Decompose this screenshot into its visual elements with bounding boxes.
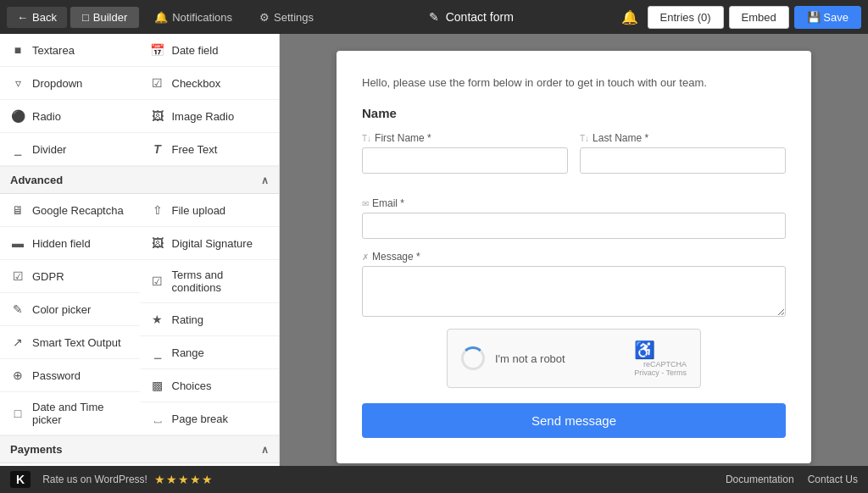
edit-icon: ✎ [429,10,439,24]
form-name-section: Name [362,106,786,120]
bottombar-left: K Rate us on WordPress! ★★★★★ [10,471,214,488]
digital-sig-icon: 🖼 [150,235,165,251]
last-name-label: T↓ Last Name * [580,132,786,144]
advanced-col1: 🖥 Google Recaptcha ▬ Hidden field ☑ GDPR… [0,194,140,435]
gdpr-icon: ☑ [10,269,25,284]
form-intro: Hello, please use the form below in orde… [362,76,786,89]
sidebar-item-gdpr[interactable]: ☑ GDPR [0,260,140,293]
first-name-input[interactable] [362,147,568,174]
email-field: ✉ Email * [362,197,786,239]
sidebar-item-label: Digital Signature [172,237,253,250]
sidebar-item-datetime[interactable]: □ Date and Time picker [0,392,140,435]
advanced-chevron: ∧ [261,174,269,186]
main-layout: ■ Textarea ▿ Dropdown ⚫ Radio ⎯ Divider [0,34,868,466]
save-button[interactable]: 💾 Save [794,6,861,29]
message-field: ✗ Message * [362,251,786,317]
notifications-tab[interactable]: 🔔 Notifications [142,7,244,28]
payments-section-header[interactable]: Payments ∧ [0,436,279,463]
sidebar-item-page-break[interactable]: ⎵ Page break [140,402,280,435]
advanced-section-header[interactable]: Advanced ∧ [0,167,279,194]
sidebar-item-file-upload[interactable]: ⇧ File upload [140,194,280,227]
contact-link[interactable]: Contact Us [808,474,858,485]
sidebar-item-label: Divider [32,143,66,156]
entries-button[interactable]: Entries (0) [648,6,724,29]
smart-text-icon: ↗ [10,335,25,350]
topbar-center: ✎ Contact form [329,10,614,24]
sidebar-item-image-radio[interactable]: 🖼 Image Radio [140,100,280,133]
sidebar-item-textarea[interactable]: ■ Textarea [0,34,140,67]
sidebar-item-range[interactable]: ⎯ Range [140,336,280,369]
sidebar-item-checkbox[interactable]: ☑ Checkbox [140,67,280,100]
sidebar-item-label: Choices [172,379,212,392]
choices-icon: ▩ [150,378,165,393]
sidebar-item-label: Google Recaptcha [32,204,124,217]
datetime-icon: □ [10,406,25,421]
bell-button[interactable]: 🔔 [617,5,643,30]
sidebar-item-choices[interactable]: ▩ Choices [140,369,280,402]
sidebar-item-hidden-field[interactable]: ▬ Hidden field [0,227,140,260]
image-radio-icon: 🖼 [150,108,165,124]
divider-icon: ⎯ [10,141,25,157]
sidebar-item-google-recaptcha[interactable]: 🖥 Google Recaptcha [0,194,140,227]
entries-label: Entries (0) [660,11,711,24]
sidebar-item-label: GDPR [32,270,64,283]
sidebar-item-label: Radio [32,110,61,123]
rating-icon: ★ [150,312,165,327]
textarea-icon: ■ [10,42,25,58]
form-title: Contact form [446,10,514,24]
email-label: ✉ Email * [362,197,786,209]
send-button[interactable]: Send message [362,403,786,438]
first-name-field-icon: T↓ [362,134,371,143]
sidebar-item-smart-text[interactable]: ↗ Smart Text Output [0,326,140,359]
last-name-input[interactable] [580,147,786,174]
sidebar-item-label: Smart Text Output [32,336,121,349]
sidebar-item-password[interactable]: ⊕ Password [0,359,140,392]
last-name-field-icon: T↓ [580,134,589,143]
sidebar-item-free-text[interactable]: T Free Text [140,133,280,166]
sidebar-item-label: Date field [172,44,219,57]
date-icon: 📅 [150,42,165,58]
color-picker-icon: ✎ [10,302,25,317]
message-input[interactable] [362,266,786,317]
content-area: Hello, please use the form below in orde… [280,34,868,466]
sidebar-item-label: Hidden field [32,237,91,250]
advanced-col2: ⇧ File upload 🖼 Digital Signature ☑ Term… [140,194,280,435]
basic-items-grid: ■ Textarea ▿ Dropdown ⚫ Radio ⎯ Divider [0,34,279,167]
message-icon: ✗ [362,252,369,262]
advanced-label: Advanced [10,174,63,186]
recaptcha-box: I'm not a robot ♿ reCAPTCHAPrivacy - Ter… [447,329,701,388]
email-input[interactable] [362,213,786,239]
terms-icon: ☑ [150,274,165,289]
back-button[interactable]: ← Back [7,7,67,28]
documentation-link[interactable]: Documentation [726,474,794,485]
free-text-icon: T [150,141,165,157]
sidebar-item-label: Page break [172,413,229,425]
first-name-label: T↓ First Name * [362,132,568,144]
sidebar-item-rating[interactable]: ★ Rating [140,303,280,336]
save-label: Save [823,11,849,24]
sidebar-item-terms[interactable]: ☑ Terms and conditions [140,260,280,303]
sidebar-item-radio[interactable]: ⚫ Radio [0,100,140,133]
sidebar-item-label: Dropdown [32,77,82,90]
file-upload-icon: ⇧ [150,202,165,218]
embed-label: Embed [742,11,776,24]
builder-tab[interactable]: □ Builder [70,7,139,28]
email-icon: ✉ [362,199,369,208]
sidebar-item-digital-sig[interactable]: 🖼 Digital Signature [140,227,280,260]
sidebar-item-divider[interactable]: ⎯ Divider [0,133,140,166]
recaptcha-info: reCAPTCHAPrivacy - Terms [634,360,687,377]
sidebar-item-color-picker[interactable]: ✎ Color picker [0,293,140,326]
notifications-label: Notifications [172,11,232,24]
dropdown-icon: ▿ [10,75,25,91]
sidebar-item-dropdown[interactable]: ▿ Dropdown [0,67,140,100]
sidebar-item-date-field[interactable]: 📅 Date field [140,34,280,67]
sidebar-item-label: Date and Time picker [32,401,130,426]
bottombar-right: Documentation Contact Us [726,474,858,485]
first-name-field: T↓ First Name * [362,132,568,174]
topbar: ← Back □ Builder 🔔 Notifications ⚙ Setti… [0,0,868,34]
settings-tab[interactable]: ⚙ Settings [248,7,326,28]
sidebar-item-label: File upload [172,204,226,217]
recaptcha-icon: 🖥 [10,202,25,218]
embed-button[interactable]: Embed [729,6,789,29]
settings-label: Settings [274,11,314,24]
